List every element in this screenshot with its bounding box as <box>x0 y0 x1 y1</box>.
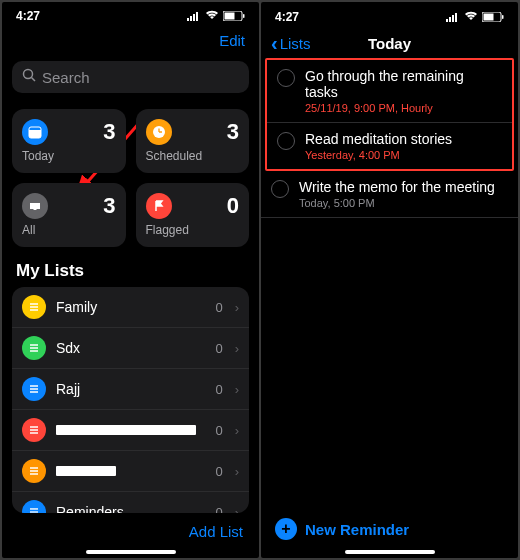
new-reminder-button[interactable]: + New Reminder <box>261 508 518 546</box>
reminder-checkbox[interactable] <box>271 180 289 198</box>
chevron-right-icon: › <box>235 341 239 356</box>
reminder-checkbox[interactable] <box>277 69 295 87</box>
search-icon <box>22 68 36 86</box>
list-count: 0 <box>215 464 222 479</box>
annotation-highlight: Go through the remaining tasks 25/11/19,… <box>265 58 514 171</box>
search-input[interactable]: Search <box>12 61 249 93</box>
status-time: 4:27 <box>16 9 40 23</box>
card-today-count: 3 <box>103 119 115 145</box>
card-today-label: Today <box>22 149 116 163</box>
list-name: Reminders <box>56 504 205 513</box>
card-all-label: All <box>22 223 116 237</box>
reminder-title: Read meditation stories <box>305 131 452 147</box>
reminder-title: Go through the remaining tasks <box>305 68 500 100</box>
list-name <box>56 463 205 479</box>
list-count: 0 <box>215 382 222 397</box>
my-lists-title: My Lists <box>2 257 259 287</box>
list-item[interactable]: Family 0 › <box>12 287 249 328</box>
new-reminder-label: New Reminder <box>305 521 409 538</box>
search-placeholder: Search <box>42 69 90 86</box>
reminder-subtitle: Yesterday, 4:00 PM <box>305 149 452 161</box>
chevron-right-icon: › <box>235 423 239 438</box>
list-item[interactable]: Rajj 0 › <box>12 369 249 410</box>
card-today[interactable]: 3 Today <box>12 109 126 173</box>
reminder-item[interactable]: Go through the remaining tasks 25/11/19,… <box>267 60 512 123</box>
svg-rect-40 <box>502 15 504 19</box>
list-item[interactable]: 0 › <box>12 451 249 492</box>
back-button[interactable]: ‹ Lists <box>271 32 311 55</box>
svg-rect-6 <box>243 14 245 18</box>
reminder-checkbox[interactable] <box>277 132 295 150</box>
card-scheduled[interactable]: 3 Scheduled <box>136 109 250 173</box>
card-scheduled-label: Scheduled <box>146 149 240 163</box>
card-all[interactable]: 3 All <box>12 183 126 247</box>
inbox-icon <box>22 193 48 219</box>
svg-point-7 <box>24 70 33 79</box>
page-title: Today <box>368 35 411 52</box>
list-count: 0 <box>215 300 222 315</box>
flag-icon <box>146 193 172 219</box>
signal-icon <box>446 13 460 22</box>
reminders-main-screen: 4:27 Edit Search <box>2 2 259 558</box>
signal-icon <box>187 12 201 21</box>
list-count: 0 <box>215 505 222 514</box>
chevron-right-icon: › <box>235 464 239 479</box>
home-indicator[interactable] <box>86 550 176 554</box>
reminder-item[interactable]: Read meditation stories Yesterday, 4:00 … <box>267 123 512 169</box>
clock-icon <box>146 119 172 145</box>
reminder-subtitle: Today, 5:00 PM <box>299 197 495 209</box>
calendar-icon <box>22 119 48 145</box>
list-name <box>56 422 205 438</box>
list-item[interactable]: 0 › <box>12 410 249 451</box>
svg-rect-36 <box>452 15 454 22</box>
plus-icon: + <box>275 518 297 540</box>
add-list-button[interactable]: Add List <box>189 523 243 540</box>
svg-line-8 <box>32 78 36 82</box>
svg-rect-5 <box>225 13 235 20</box>
list-count: 0 <box>215 423 222 438</box>
list-icon <box>22 500 46 513</box>
home-indicator[interactable] <box>345 550 435 554</box>
chevron-right-icon: › <box>235 382 239 397</box>
card-flagged-label: Flagged <box>146 223 240 237</box>
svg-rect-39 <box>484 14 494 21</box>
status-time: 4:27 <box>275 10 299 24</box>
edit-button[interactable]: Edit <box>219 32 245 49</box>
list-item[interactable]: Sdx 0 › <box>12 328 249 369</box>
svg-rect-2 <box>193 14 195 21</box>
card-scheduled-count: 3 <box>227 119 239 145</box>
battery-icon <box>223 11 245 21</box>
wifi-icon <box>205 9 219 23</box>
my-lists: Family 0 › Sdx 0 › Rajj 0 › 0 › 0 › <box>12 287 249 513</box>
svg-rect-1 <box>190 16 192 21</box>
svg-rect-0 <box>187 18 189 21</box>
list-icon <box>22 377 46 401</box>
list-icon <box>22 336 46 360</box>
list-icon <box>22 459 46 483</box>
battery-icon <box>482 12 504 22</box>
list-name: Family <box>56 299 205 315</box>
svg-rect-3 <box>196 12 198 21</box>
list-name: Sdx <box>56 340 205 356</box>
status-bar: 4:27 <box>261 6 518 28</box>
reminder-title: Write the memo for the meeting <box>299 179 495 195</box>
reminder-item[interactable]: Write the memo for the meeting Today, 5:… <box>261 171 518 218</box>
status-bar: 4:27 <box>2 6 259 26</box>
back-label: Lists <box>280 35 311 52</box>
list-name: Rajj <box>56 381 205 397</box>
list-icon <box>22 295 46 319</box>
card-all-count: 3 <box>103 193 115 219</box>
svg-rect-37 <box>455 13 457 22</box>
card-flagged-count: 0 <box>227 193 239 219</box>
list-count: 0 <box>215 341 222 356</box>
chevron-right-icon: › <box>235 505 239 514</box>
list-icon <box>22 418 46 442</box>
reminder-subtitle: 25/11/19, 9:00 PM, Hourly <box>305 102 500 114</box>
svg-rect-34 <box>446 19 448 22</box>
svg-rect-35 <box>449 17 451 22</box>
reminders-today-screen: 4:27 ‹ Lists Today Go through the remain… <box>261 2 518 558</box>
wifi-icon <box>464 10 478 24</box>
list-item[interactable]: Reminders 0 › <box>12 492 249 513</box>
chevron-left-icon: ‹ <box>271 32 278 55</box>
card-flagged[interactable]: 0 Flagged <box>136 183 250 247</box>
